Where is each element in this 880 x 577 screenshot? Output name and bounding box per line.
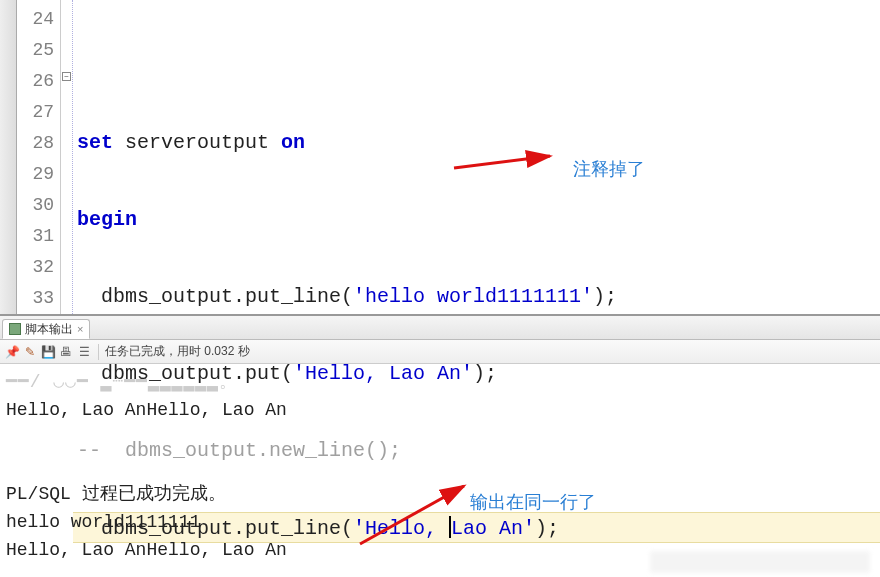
- line-number: 32: [17, 252, 54, 283]
- output-line: hello world1111111: [6, 512, 200, 532]
- line-number: 25: [17, 35, 54, 66]
- arrow-icon: [356, 480, 476, 550]
- script-output-icon: [9, 323, 21, 335]
- output-line: Hello, Lao AnHello, Lao An: [6, 400, 287, 420]
- pencil-icon[interactable]: ✎: [22, 344, 38, 360]
- code-line: dbms_output.put_line('hello world1111111…: [73, 281, 880, 312]
- save-icon[interactable]: 💾: [40, 344, 56, 360]
- annotation-commented-out: 注释掉了: [573, 157, 645, 181]
- fold-toggle-icon[interactable]: −: [62, 72, 71, 81]
- svg-line-0: [454, 156, 550, 168]
- watermark-blur: [650, 551, 870, 573]
- svg-line-1: [360, 486, 464, 544]
- print-icon[interactable]: 🖶: [58, 344, 74, 360]
- tab-label: 脚本输出: [25, 321, 73, 338]
- output-line: PL/SQL 过程已成功完成。: [6, 484, 226, 504]
- code-line: begin: [73, 204, 880, 235]
- arrow-icon: [452, 150, 562, 176]
- line-number-gutter: 24 25 26 27 28 29 30 31 32 33: [17, 0, 61, 314]
- line-number: 30: [17, 190, 54, 221]
- vertical-scrollbar[interactable]: [0, 0, 17, 314]
- output-line: ━━/ ◡◡━ ▂┈━━▂▂▂▂▂▂。: [6, 372, 238, 392]
- line-number: 27: [17, 97, 54, 128]
- line-number: 33: [17, 283, 54, 314]
- line-number: 28: [17, 128, 54, 159]
- code-line: [73, 50, 880, 81]
- line-number: 24: [17, 4, 54, 35]
- line-number: 29: [17, 159, 54, 190]
- line-number: 26: [17, 66, 54, 97]
- output-line: Hello, Lao AnHello, Lao An: [6, 540, 287, 560]
- line-number: 31: [17, 221, 54, 252]
- code-editor[interactable]: 24 25 26 27 28 29 30 31 32 33 − set serv…: [0, 0, 880, 315]
- fold-column: −: [61, 0, 73, 314]
- pin-icon[interactable]: 📌: [4, 344, 20, 360]
- annotation-same-line: 输出在同一行了: [470, 488, 596, 516]
